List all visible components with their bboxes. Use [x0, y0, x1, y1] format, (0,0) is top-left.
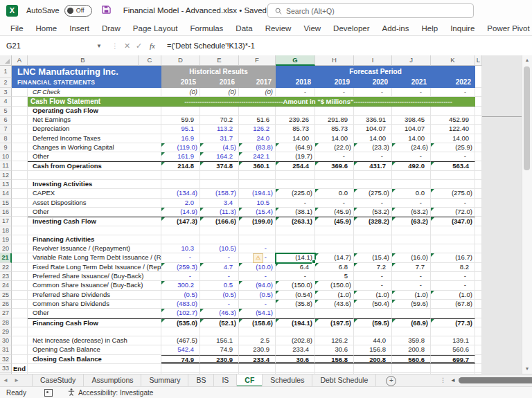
cell-G28[interactable]: (194.1) [276, 318, 315, 327]
row-header-26[interactable]: 26 [0, 300, 12, 309]
cell-I10[interactable]: - [354, 152, 392, 161]
cell-A13[interactable] [12, 180, 28, 189]
menu-item-draw[interactable]: Draw [96, 24, 127, 33]
accessibility-status[interactable]: Accessibility: Investigate [78, 389, 153, 397]
menu-item-data[interactable]: Data [229, 24, 258, 33]
cell-G13[interactable] [276, 180, 315, 189]
save-icon[interactable] [102, 4, 111, 17]
cell-G26[interactable]: (35.8) [276, 300, 315, 309]
cell-I15[interactable]: - [354, 199, 392, 208]
cell-L30[interactable] [475, 336, 482, 345]
cell-A19[interactable] [12, 235, 28, 244]
row-label-23[interactable]: Preferred Share Issuance/ (Buy-Back) [28, 272, 161, 281]
cell-L12[interactable] [475, 171, 482, 180]
row-label-6[interactable]: Net Earnings [28, 116, 161, 125]
cell-D12[interactable] [161, 171, 200, 180]
row-header-10[interactable]: 10 [0, 152, 12, 161]
cell-H14[interactable]: 0.0 [315, 189, 354, 198]
cell-J21[interactable]: (16.0) [392, 253, 431, 262]
cell-D31[interactable]: 542.4 [161, 345, 200, 354]
cell-F12[interactable] [239, 171, 276, 180]
row-header-28[interactable]: 28 [0, 318, 12, 327]
cell-J25[interactable]: (1.0) [392, 291, 431, 300]
cell-A22[interactable] [12, 263, 28, 272]
forecast-header-block[interactable]: Forecast Period20182019202020212022 [276, 66, 475, 88]
cell-L24[interactable] [475, 281, 482, 290]
cell-K6[interactable]: 452.99 [431, 116, 475, 125]
cell-I25[interactable]: (1.0) [354, 291, 392, 300]
menu-item-help[interactable]: Help [416, 24, 445, 33]
cell-D7[interactable]: 95.1 [161, 125, 200, 134]
cancel-icon[interactable]: ✕ [121, 42, 133, 51]
cell-A3[interactable] [12, 88, 28, 97]
cell-D28[interactable]: (535.0) [161, 318, 200, 327]
confirm-icon[interactable]: ✓ [133, 42, 145, 51]
cell-K13[interactable] [431, 180, 475, 189]
cell-I20[interactable] [354, 244, 392, 253]
cell-K25[interactable]: (1.0) [431, 291, 475, 300]
row-label-18[interactable] [28, 226, 161, 235]
cell-K19[interactable] [431, 235, 475, 244]
cell-G25[interactable]: (0.54) [276, 291, 315, 300]
cell-H30[interactable]: 126.2 [315, 336, 354, 345]
cell-E15[interactable]: 3.4 [200, 199, 239, 208]
excel-logo-icon[interactable]: X [6, 5, 18, 17]
cell-K17[interactable]: (347.0) [431, 217, 475, 226]
document-title[interactable]: Financial Model - Advanced.xlsx • Saved [123, 6, 267, 15]
cell-L5[interactable] [475, 107, 482, 116]
cell-D10[interactable]: 161.9 [161, 152, 200, 161]
cell-D24[interactable]: 300.2 [161, 281, 200, 290]
cell-A28[interactable] [12, 318, 28, 327]
year-cell-2021[interactable]: 2021 [392, 78, 431, 87]
cell-L6[interactable] [475, 116, 482, 125]
row-header-33[interactable]: 33 [0, 364, 12, 373]
cell-J23[interactable]: - [392, 272, 431, 281]
cell-A25[interactable] [12, 291, 28, 300]
cell-I32[interactable]: 200.8 [354, 355, 392, 364]
row-header-1[interactable]: 1 [0, 66, 12, 78]
cell-G8[interactable]: 14.00 [276, 134, 315, 143]
cell-H28[interactable]: (197.5) [315, 318, 354, 327]
cell-A16[interactable] [12, 208, 28, 217]
cell-E12[interactable] [200, 171, 239, 180]
row-header-20[interactable]: 20 [0, 244, 12, 253]
cell-F13[interactable] [239, 180, 276, 189]
sheet-tab-debt-schedule[interactable]: Debt Schedule [312, 374, 376, 387]
select-all-corner[interactable] [0, 55, 12, 66]
cf-check-label[interactable]: CF Check [28, 88, 161, 97]
cell-G17[interactable]: (263.1) [276, 217, 315, 226]
cell-D13[interactable] [161, 180, 200, 189]
row-label-26[interactable]: Common Share Dividends [28, 300, 161, 309]
cell-L32[interactable] [475, 355, 482, 364]
cell-E18[interactable] [200, 226, 239, 235]
cell-J29[interactable] [392, 327, 431, 336]
cell-A23[interactable] [12, 272, 28, 281]
cell-E19[interactable] [200, 235, 239, 244]
cell-E28[interactable]: (52.1) [200, 318, 239, 327]
cell-K3[interactable]: - [431, 88, 475, 97]
tab-nav-left-icon[interactable]: ◄ [0, 374, 11, 387]
cell-H20[interactable] [315, 244, 354, 253]
cell-F21[interactable]: -⚠ [239, 253, 276, 262]
cell-I30[interactable]: 44.0 [354, 336, 392, 345]
cell-A26[interactable] [12, 300, 28, 309]
cell-J26[interactable]: (59.6) [392, 300, 431, 309]
row-header-16[interactable]: 16 [0, 208, 12, 217]
cell-D30[interactable]: (467.5) [161, 336, 200, 345]
cell-J12[interactable] [392, 171, 431, 180]
column-header-L[interactable]: L [475, 55, 482, 66]
cell-D33[interactable] [161, 364, 200, 373]
cell-I8[interactable]: 14.00 [354, 134, 392, 143]
cell-A27[interactable] [12, 309, 28, 318]
tab-strip-handle-icon[interactable]: ⋮ [440, 374, 446, 387]
cell-I13[interactable] [354, 180, 392, 189]
cell-H13[interactable] [315, 180, 354, 189]
menu-item-power-pivot[interactable]: Power Pivot [481, 24, 532, 33]
cell-L13[interactable] [475, 180, 482, 189]
autosave-toggle[interactable]: Off [64, 5, 92, 17]
cell-K14[interactable]: (275.0) [431, 189, 475, 198]
cell-A21[interactable] [12, 253, 28, 262]
cell-L18[interactable] [475, 226, 482, 235]
cell-E13[interactable] [200, 180, 239, 189]
menu-item-view[interactable]: View [297, 24, 327, 33]
